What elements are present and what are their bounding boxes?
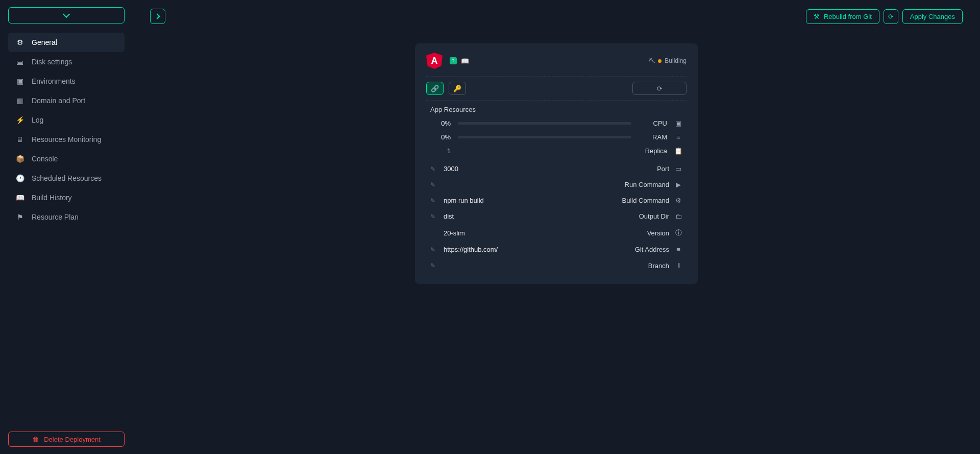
ram-icon: ≡ xyxy=(674,133,682,141)
help-badge-icon[interactable]: ? xyxy=(450,57,457,64)
card-actions: 🔗 🔑 ⟳ xyxy=(426,82,687,95)
sidebar-item-scheduled[interactable]: 🕐 Scheduled Resources xyxy=(8,169,125,188)
divider xyxy=(426,76,687,77)
link-icon: 🔗 xyxy=(431,85,439,92)
sidebar-item-build-history[interactable]: 📖 Build History xyxy=(8,188,125,207)
edit-icon[interactable]: ✎ xyxy=(430,246,437,253)
status-dot xyxy=(658,59,662,63)
ram-value: 0% xyxy=(430,133,451,141)
sidebar-item-environments[interactable]: ▣ Environments xyxy=(8,71,125,91)
output-dir-value: dist xyxy=(444,212,454,220)
sidebar-item-label: Resource Plan xyxy=(32,213,79,221)
disk-icon: 🖴 xyxy=(15,58,24,66)
sidebar: ⚙ General 🖴 Disk settings ▣ Environments… xyxy=(0,0,133,454)
sidebar-item-resource-plan[interactable]: ⚑ Resource Plan xyxy=(8,207,125,227)
port-label: Port xyxy=(657,165,669,173)
sidebar-item-label: General xyxy=(32,38,57,46)
card-header: A ? 📖 ⛏ Building xyxy=(426,53,687,69)
clipboard-icon: 📋 xyxy=(674,147,682,155)
sidebar-item-domain-port[interactable]: ▥ Domain and Port xyxy=(8,91,125,110)
delete-deployment-button[interactable]: 🗑 Delete Deployment xyxy=(8,432,125,447)
resource-row-replica: 1 Replica 📋 xyxy=(426,147,687,155)
columns-icon: ⦀ xyxy=(674,261,682,270)
resource-row-cpu: 0% CPU ▣ xyxy=(426,120,687,127)
sidebar-nav: ⚙ General 🖴 Disk settings ▣ Environments… xyxy=(8,33,125,432)
sidebar-item-label: Build History xyxy=(32,194,72,202)
refresh-card-button[interactable]: ⟳ xyxy=(632,82,687,95)
play-icon: ▶ xyxy=(674,181,682,188)
cube-icon: 📦 xyxy=(15,155,24,163)
hammer-icon: ⛏ xyxy=(649,57,655,64)
sidebar-item-label: Scheduled Resources xyxy=(32,174,102,182)
cpu-label: CPU xyxy=(639,120,667,127)
expand-button[interactable] xyxy=(150,9,165,24)
link-button[interactable]: 🔗 xyxy=(426,82,444,95)
ram-label: RAM xyxy=(639,133,667,141)
version-value: 20-slim xyxy=(444,229,465,237)
project-dropdown[interactable] xyxy=(8,7,125,23)
output-dir-label: Output Dir xyxy=(639,212,669,220)
chevron-down-icon xyxy=(63,11,70,18)
build-command-label: Build Command xyxy=(622,197,670,204)
sidebar-item-general[interactable]: ⚙ General xyxy=(8,33,125,52)
section-title: App Resources xyxy=(430,106,687,113)
info-row-branch: ✎ Branch ⦀ xyxy=(426,257,687,274)
sidebar-item-disk[interactable]: 🖴 Disk settings xyxy=(8,52,125,71)
sidebar-item-monitoring[interactable]: 🖥 Resources Monitoring xyxy=(8,130,125,149)
divider xyxy=(426,100,687,101)
topbar: ⚒ Rebuild from Git ⟳ Apply Changes xyxy=(150,7,963,26)
apply-label: Apply Changes xyxy=(910,13,955,20)
info-row-run-command: ✎ Run Command ▶ xyxy=(426,177,687,193)
sidebar-item-label: Disk settings xyxy=(32,58,72,66)
info-icon: ⓘ xyxy=(674,228,682,237)
edit-icon[interactable]: ✎ xyxy=(430,181,437,188)
topbar-right: ⚒ Rebuild from Git ⟳ Apply Changes xyxy=(806,9,963,24)
angular-logo: A xyxy=(426,53,443,69)
key-button[interactable]: 🔑 xyxy=(449,82,466,95)
edit-icon[interactable]: ✎ xyxy=(430,197,437,204)
version-label: Version xyxy=(647,229,669,237)
info-row-port: ✎ 3000 Port ▭ xyxy=(426,161,687,177)
edit-icon[interactable]: ✎ xyxy=(430,165,437,173)
stack-icon: ≡ xyxy=(674,246,682,253)
refresh-top-button[interactable]: ⟳ xyxy=(884,9,898,24)
sidebar-item-label: Environments xyxy=(32,77,76,85)
box-icon: ▣ xyxy=(15,77,24,85)
key-icon: 🔑 xyxy=(453,85,461,92)
ram-progress xyxy=(458,136,631,138)
sidebar-item-label: Log xyxy=(32,116,43,124)
deployment-card: A ? 📖 ⛏ Building 🔗 🔑 xyxy=(415,43,698,284)
replica-label: Replica xyxy=(639,147,667,155)
apply-changes-button[interactable]: Apply Changes xyxy=(902,9,963,24)
run-command-label: Run Command xyxy=(625,181,669,188)
refresh-icon: ⟳ xyxy=(657,85,663,92)
sidebar-item-log[interactable]: ⚡ Log xyxy=(8,110,125,130)
window-icon: ▭ xyxy=(674,165,682,173)
window-icon: ▥ xyxy=(15,97,24,105)
info-row-build-command: ✎ npm run build Build Command ⚙ xyxy=(426,193,687,208)
edit-icon[interactable]: ✎ xyxy=(430,213,437,220)
sidebar-item-console[interactable]: 📦 Console xyxy=(8,149,125,169)
rebuild-label: Rebuild from Git xyxy=(824,13,872,20)
edit-icon[interactable]: ✎ xyxy=(430,262,437,269)
git-address-label: Git Address xyxy=(635,246,669,253)
cpu-progress xyxy=(458,122,631,125)
cpu-icon: ▣ xyxy=(674,120,682,127)
flag-icon: ⚑ xyxy=(15,213,24,221)
rebuild-button[interactable]: ⚒ Rebuild from Git xyxy=(806,9,879,24)
archive-icon: 🗑 xyxy=(32,436,39,443)
book-icon: 📖 xyxy=(15,194,24,202)
main: ⚒ Rebuild from Git ⟳ Apply Changes A ? 📖… xyxy=(133,0,980,454)
header-badges: ? 📖 xyxy=(450,57,469,65)
sidebar-item-label: Console xyxy=(32,155,58,163)
build-command-value: npm run build xyxy=(444,197,484,204)
status-text: Building xyxy=(665,57,687,64)
divider xyxy=(150,34,963,34)
docs-badge-icon[interactable]: 📖 xyxy=(461,57,469,65)
refresh-icon: ⟳ xyxy=(888,13,894,20)
info-row-git-address: ✎ https://github.com/ Git Address ≡ xyxy=(426,242,687,257)
folder-icon: 🗀 xyxy=(674,212,682,220)
cpu-value: 0% xyxy=(430,120,451,127)
clock-icon: 🕐 xyxy=(15,174,24,182)
delete-label: Delete Deployment xyxy=(44,436,101,443)
